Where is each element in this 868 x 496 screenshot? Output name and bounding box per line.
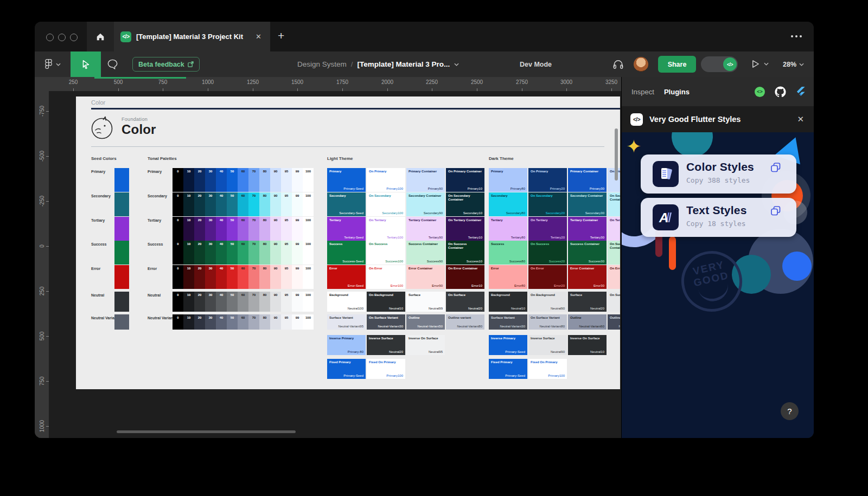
file-tab[interactable]: </> [Template] Material 3 Project Kit ✕	[114, 22, 270, 51]
tonal-step-swatch[interactable]: 20	[194, 241, 205, 265]
github-icon[interactable]	[775, 86, 786, 98]
tonal-palette-row[interactable]: 01020304050607080909599100	[173, 241, 314, 265]
seed-color-swatch[interactable]	[114, 192, 129, 216]
tonal-step-swatch[interactable]: 100	[303, 265, 314, 289]
theme-color-card[interactable]: On Tertiary ContainerTertiary90	[608, 217, 620, 241]
theme-color-card[interactable]: On ErrorError20	[528, 265, 567, 289]
file-menu-chevron-icon[interactable]	[454, 63, 459, 66]
theme-color-card[interactable]: Fixed PrimaryPrimary-Seed	[327, 359, 366, 379]
tonal-step-swatch[interactable]: 20	[194, 168, 205, 192]
tonal-step-swatch[interactable]: 80	[259, 217, 270, 241]
tonal-step-swatch[interactable]: 40	[216, 265, 227, 289]
tonal-step-swatch[interactable]: 60	[238, 217, 248, 241]
close-tab-icon[interactable]: ✕	[253, 31, 264, 42]
home-tab[interactable]	[87, 22, 114, 51]
seed-color-swatch[interactable]	[114, 265, 129, 289]
tonal-step-swatch[interactable]: 50	[227, 265, 238, 289]
tonal-step-swatch[interactable]: 30	[205, 265, 216, 289]
seed-color-swatch[interactable]	[114, 217, 129, 241]
share-button[interactable]: Share	[658, 56, 696, 73]
theme-color-card[interactable]: OutlineNeutral-Variant60	[568, 314, 607, 330]
tonal-step-swatch[interactable]: 60	[238, 265, 248, 289]
tonal-step-swatch[interactable]: 95	[281, 241, 292, 265]
theme-color-card[interactable]: Secondary ContainerSecondary90	[406, 192, 445, 216]
theme-color-card[interactable]: PrimaryPrimary80	[489, 168, 527, 192]
tonal-step-swatch[interactable]: 60	[238, 292, 248, 312]
tonal-step-swatch[interactable]: 99	[292, 192, 303, 216]
theme-color-card[interactable]: On SuccessSuccess20	[528, 241, 567, 265]
tonal-step-swatch[interactable]: 90	[270, 314, 281, 330]
tonal-step-swatch[interactable]: 0	[173, 292, 183, 312]
seed-color-swatch[interactable]	[114, 292, 129, 312]
tonal-step-swatch[interactable]: 70	[248, 314, 259, 330]
tonal-palette-row[interactable]: 01020304050607080909599100	[173, 168, 314, 192]
theme-color-card[interactable]: On TertiaryTertiary100	[367, 217, 405, 241]
theme-color-card[interactable]: Inverse On SurfaceNeutral10	[568, 335, 607, 355]
theme-color-card[interactable]: BackgroundNeutral100	[327, 292, 366, 312]
theme-color-card[interactable]: Tertiary ContainerTertiary90	[406, 217, 445, 241]
theme-color-card[interactable]: ErrorError80	[489, 265, 527, 289]
tonal-step-swatch[interactable]: 80	[259, 168, 270, 192]
theme-color-card[interactable]: Outline-variantNeutral-Variant30	[608, 314, 620, 330]
theme-color-card[interactable]: Error ContainerError90	[406, 265, 445, 289]
tonal-step-swatch[interactable]: 0	[173, 168, 183, 192]
main-menu-button[interactable]	[44, 59, 61, 70]
tonal-step-swatch[interactable]: 95	[281, 168, 292, 192]
tonal-step-swatch[interactable]: 100	[303, 314, 314, 330]
theme-color-card[interactable]: TertiaryTertiary-Seed	[327, 217, 366, 241]
tonal-step-swatch[interactable]: 20	[194, 217, 205, 241]
tonal-step-swatch[interactable]: 80	[259, 265, 270, 289]
theme-color-card[interactable]: Surface VariantNeutral-Variant95	[327, 314, 366, 330]
tonal-step-swatch[interactable]: 0	[173, 241, 183, 265]
theme-color-card[interactable]: On ErrorError100	[367, 265, 405, 289]
theme-color-card[interactable]: Secondary ContainerSecondary30	[568, 192, 607, 216]
tonal-step-swatch[interactable]: 10	[183, 292, 194, 312]
theme-color-card[interactable]: Inverse On SurfaceNeutral95	[406, 335, 445, 355]
tonal-step-swatch[interactable]: 50	[227, 314, 238, 330]
tonal-step-swatch[interactable]: 20	[194, 192, 205, 216]
seed-color-swatch[interactable]	[114, 241, 129, 265]
theme-color-card[interactable]: SuccessSuccess80	[489, 241, 527, 265]
tonal-step-swatch[interactable]: 70	[248, 192, 259, 216]
tonal-step-swatch[interactable]: 60	[238, 192, 248, 216]
tonal-step-swatch[interactable]: 99	[292, 217, 303, 241]
new-tab-button[interactable]: +	[278, 29, 284, 42]
tonal-step-swatch[interactable]: 80	[259, 314, 270, 330]
window-menu-button[interactable]	[791, 35, 802, 37]
tonal-step-swatch[interactable]: 70	[248, 241, 259, 265]
tonal-step-swatch[interactable]: 70	[248, 292, 259, 312]
canvas[interactable]: 2505007501000125015001750200022502500275…	[35, 77, 621, 438]
theme-color-card[interactable]: Inverse PrimaryPrimary-80	[327, 335, 366, 355]
tonal-palette-row[interactable]: 01020304050607080909599100	[173, 192, 314, 216]
theme-color-card[interactable]: On Error ContainerError90	[608, 265, 620, 289]
seed-color-swatch[interactable]	[114, 314, 129, 330]
tonal-step-swatch[interactable]: 99	[292, 292, 303, 312]
theme-color-card[interactable]: SurfaceNeutral20	[568, 292, 607, 312]
tonal-step-swatch[interactable]: 10	[183, 217, 194, 241]
tonal-step-swatch[interactable]: 0	[173, 217, 183, 241]
color-frame[interactable]: Color Foundation Color Seed Colors Tonal…	[76, 96, 620, 389]
theme-color-card[interactable]: On BackgroundNeutral90	[528, 292, 567, 312]
tonal-step-swatch[interactable]: 50	[227, 241, 238, 265]
tonal-step-swatch[interactable]: 90	[270, 217, 281, 241]
tonal-step-swatch[interactable]: 20	[194, 292, 205, 312]
huddle-button[interactable]	[612, 58, 624, 73]
tonal-step-swatch[interactable]: 100	[303, 217, 314, 241]
tonal-step-swatch[interactable]: 40	[216, 314, 227, 330]
tonal-step-swatch[interactable]: 10	[183, 265, 194, 289]
theme-color-card[interactable]: On Tertiary ContainerTertiary10	[446, 217, 484, 241]
tonal-step-swatch[interactable]: 40	[216, 168, 227, 192]
tonal-palette-row[interactable]: 01020304050607080909599100	[173, 265, 314, 289]
beta-feedback-button[interactable]: Beta feedback	[132, 57, 200, 72]
tonal-palette-row[interactable]: 01020304050607080909599100	[173, 217, 314, 241]
tonal-step-swatch[interactable]: 95	[281, 265, 292, 289]
theme-color-card[interactable]: On Secondary ContainerSecondary90	[608, 192, 620, 216]
theme-color-card[interactable]: BackgroundNeutral10	[489, 292, 527, 312]
tonal-step-swatch[interactable]: 0	[173, 265, 183, 289]
tonal-step-swatch[interactable]: 100	[303, 241, 314, 265]
tonal-step-swatch[interactable]: 80	[259, 241, 270, 265]
theme-color-card[interactable]: ErrorError-Seed	[327, 265, 366, 289]
text-styles-card[interactable]: A Text Styles Copy 18 styles	[641, 198, 796, 237]
tonal-step-swatch[interactable]: 10	[183, 192, 194, 216]
tonal-step-swatch[interactable]: 99	[292, 241, 303, 265]
